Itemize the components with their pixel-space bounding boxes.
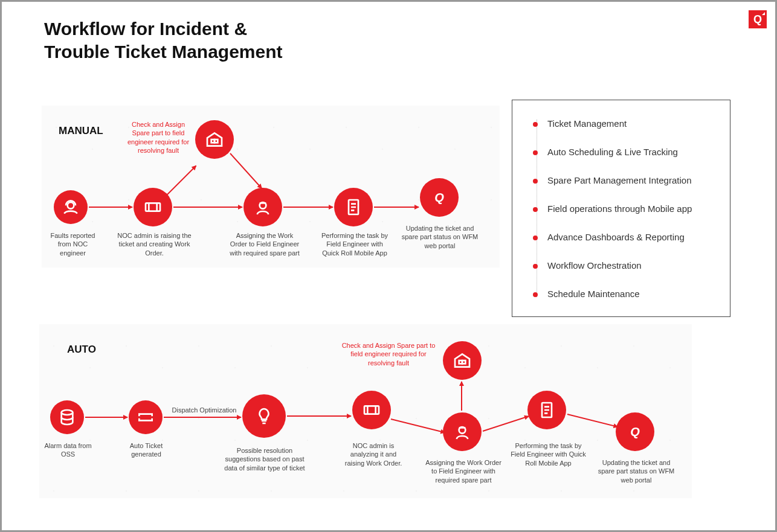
ticket-icon xyxy=(143,197,163,217)
feature-item: Field operations through Mobile app xyxy=(534,204,718,214)
arrow xyxy=(287,415,351,417)
engineer-icon xyxy=(253,197,272,217)
auto-node-noc xyxy=(352,391,391,429)
manual-node-faults xyxy=(54,190,88,224)
ticket2-icon xyxy=(136,408,155,427)
manual-node-task xyxy=(334,188,373,226)
auto-caption-3: Possible resolution suggestions based on… xyxy=(219,446,310,472)
auto-node-alarm xyxy=(50,400,84,434)
manual-section-label: MANUAL xyxy=(59,125,103,137)
manual-caption-2: NOC admin is raising the ticket and crea… xyxy=(117,231,192,257)
manual-caption-5: Updating the ticket and spare part statu… xyxy=(401,224,479,250)
feature-item: Workflow Orchestration xyxy=(534,260,718,271)
feature-item: Auto Scheduling & Live Tracking xyxy=(534,147,718,157)
feature-item: Spare Part Management Integration xyxy=(534,175,718,185)
feature-label: Field operations through Mobile app xyxy=(547,204,692,214)
clipboard-icon xyxy=(344,197,363,217)
ticket-icon xyxy=(362,400,381,420)
q-icon: Q xyxy=(630,425,640,439)
feature-item: Advance Dashboards & Reporting xyxy=(534,232,718,242)
arrow xyxy=(173,207,242,208)
auto-node-spare xyxy=(443,341,482,380)
arrow xyxy=(89,207,132,208)
arrow xyxy=(164,417,241,418)
svg-point-0 xyxy=(68,202,74,209)
manual-node-engineer xyxy=(243,188,282,226)
feature-list-panel: Ticket Management Auto Scheduling & Live… xyxy=(512,100,730,317)
manual-caption-4: Performing the task by Field Engineer wi… xyxy=(318,231,391,257)
svg-rect-3 xyxy=(214,139,218,143)
auto-caption-6: Performing the task by Field Engineer wi… xyxy=(511,441,586,467)
auto-node-ticket xyxy=(129,400,163,434)
feature-label: Ticket Management xyxy=(547,118,627,129)
auto-caption-5: Assigning the Work Order to Field Engine… xyxy=(425,458,502,484)
auto-caption-7: Updating the ticket and spare part statu… xyxy=(596,458,676,484)
svg-rect-9 xyxy=(364,406,379,414)
feature-label: Spare Part Management Integration xyxy=(547,175,691,185)
clipboard-icon xyxy=(537,400,556,420)
svg-rect-1 xyxy=(146,203,160,211)
engineer-icon xyxy=(453,422,472,441)
bulb-icon xyxy=(254,406,274,426)
arrow xyxy=(283,207,333,208)
database-icon xyxy=(57,408,77,427)
auto-node-engineer xyxy=(443,412,482,451)
page-title-line1: Workflow for Incident & xyxy=(44,18,283,40)
feature-item: Ticket Management xyxy=(534,118,718,129)
manual-node-update: Q xyxy=(420,178,459,217)
auto-section-label: AUTO xyxy=(67,344,96,356)
manual-caption-1: Faults reported from NOC engineer xyxy=(44,231,102,257)
page-title-line2: Trouble Ticket Management xyxy=(44,40,283,63)
auto-caption-4: NOC admin is analyzing it and raising Wo… xyxy=(340,441,407,467)
brand-logo-letter: Q xyxy=(753,13,762,26)
auto-node-resolution xyxy=(242,394,286,438)
page-title: Workflow for Incident & Trouble Ticket M… xyxy=(44,18,283,63)
arrow xyxy=(85,417,127,418)
q-icon: Q xyxy=(434,191,444,205)
feature-label: Auto Scheduling & Live Tracking xyxy=(547,147,678,157)
arrow xyxy=(374,207,419,208)
dispatch-label: Dispatch Optimization xyxy=(168,406,240,414)
svg-point-6 xyxy=(62,410,73,415)
auto-caption-1: Alarm data from OSS xyxy=(39,441,97,459)
svg-point-7 xyxy=(138,416,140,418)
manual-caption-3: Assigning the Work Order to Field Engine… xyxy=(228,231,301,257)
warehouse-icon xyxy=(453,351,472,370)
auto-caption-2: Auto Ticket generated xyxy=(119,441,173,459)
brand-logo: Q xyxy=(749,10,767,28)
feature-label: Workflow Orchestration xyxy=(547,260,642,271)
arrow xyxy=(461,382,462,411)
headset-icon xyxy=(61,197,80,217)
feature-label: Schedule Maintenance xyxy=(547,289,640,299)
auto-node-task xyxy=(527,391,566,429)
svg-point-8 xyxy=(151,416,153,418)
manual-spare-caption: Check and Assign Spare part to field eng… xyxy=(123,120,194,155)
feature-label: Advance Dashboards & Reporting xyxy=(547,232,685,242)
manual-node-spare xyxy=(195,120,234,159)
feature-item: Schedule Maintenance xyxy=(534,289,718,299)
warehouse-icon xyxy=(205,130,224,149)
auto-node-update: Q xyxy=(616,412,654,451)
auto-spare-caption: Check and Assign Spare part to field eng… xyxy=(338,341,439,367)
svg-rect-11 xyxy=(462,361,465,364)
